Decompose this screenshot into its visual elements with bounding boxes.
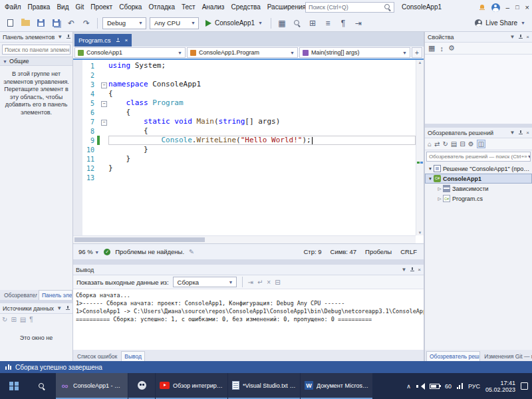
chevron-down-icon[interactable]: ▼	[57, 34, 63, 40]
network-icon[interactable]	[457, 383, 463, 389]
minimize-button[interactable]: –	[506, 4, 510, 11]
toolbar-icon-comment[interactable]: ≡	[322, 17, 334, 29]
code-line[interactable]: 12}	[73, 164, 416, 173]
property-pages-icon[interactable]: ⚙	[448, 44, 455, 53]
chevron-down-icon[interactable]: ▼	[57, 305, 62, 311]
user-avatar[interactable]	[491, 3, 500, 12]
menu-item[interactable]: Git	[72, 0, 87, 15]
add-source-icon[interactable]: ⊞	[11, 316, 16, 323]
tab-git-changes[interactable]: Изменения Git — п...	[481, 352, 532, 361]
output-source-dropdown[interactable]: Сборка▼	[173, 277, 237, 287]
code-line[interactable]: 7− static void Main(string[] args)	[73, 117, 416, 126]
split-window-button[interactable]: +	[412, 47, 422, 58]
toggle-output-icon[interactable]: ⊟	[275, 279, 280, 286]
volume-icon[interactable]	[416, 383, 424, 390]
refresh-icon[interactable]: ↻	[442, 140, 448, 148]
goto-message-icon[interactable]: ⇥	[248, 279, 253, 286]
type-dropdown[interactable]: ConsoleApp1.Program ▼	[187, 47, 298, 58]
tab-error-list[interactable]: Список ошибок	[74, 352, 120, 361]
tab-toolbox[interactable]: Панель эле...	[39, 290, 72, 300]
tab-server-explorer[interactable]: Обозревател...	[1, 291, 37, 300]
code-line[interactable]: 8 {	[73, 126, 416, 136]
scrollbar-thumb[interactable]	[74, 237, 205, 242]
chevron-down-icon[interactable]: ▼	[509, 130, 515, 136]
categorized-icon[interactable]: ▦	[428, 44, 435, 53]
pin-icon[interactable]	[517, 34, 523, 40]
project-dropdown[interactable]: ConsoleApp1 ▼	[74, 47, 186, 58]
pin-icon[interactable]	[517, 130, 523, 136]
toolbox-group-general[interactable]: ▼ Общие	[0, 57, 72, 66]
clock[interactable]: 17:41 05.02.2023	[485, 380, 515, 393]
code-line[interactable]: 4{	[73, 89, 416, 98]
properties-icon[interactable]: ⚙	[468, 140, 474, 148]
save-button[interactable]	[35, 17, 47, 29]
fold-toggle-icon[interactable]: −	[100, 81, 108, 88]
alphabetical-icon[interactable]: ↕	[440, 45, 444, 53]
expander-icon[interactable]: ▼	[427, 176, 434, 181]
preview-icon[interactable]: ¶	[29, 316, 33, 323]
solution-platform-dropdown[interactable]: Any CPU▼	[150, 17, 199, 29]
notifications-bell-icon[interactable]	[479, 4, 485, 11]
new-file-button[interactable]	[4, 17, 16, 29]
language-indicator[interactable]: РУС	[468, 383, 480, 390]
refresh-icon[interactable]: ↻	[2, 316, 7, 323]
editor-horizontal-scrollbar[interactable]	[73, 235, 416, 243]
close-icon[interactable]: ×	[125, 37, 128, 43]
start-button[interactable]	[0, 373, 28, 399]
member-dropdown[interactable]: Main(string[] args) ▼	[299, 47, 410, 58]
fold-toggle-icon[interactable]: −	[100, 100, 108, 107]
toolbar-icon-outline[interactable]: ⊞	[307, 17, 319, 29]
code-line[interactable]: 10 }	[73, 145, 416, 154]
tree-item[interactable]: ▼Решение "ConsoleApp1" (проекты: 1 из 1)	[425, 164, 532, 174]
health-status[interactable]: Проблемы не найдены.	[115, 248, 184, 255]
battery-icon[interactable]	[430, 384, 440, 389]
code-line[interactable]: 11 }	[73, 154, 416, 164]
spaces-indicator[interactable]: Пробелы	[365, 248, 392, 255]
menu-item[interactable]: Проект	[87, 0, 116, 15]
zoom-dropdown[interactable]: 96 % ▼	[78, 248, 99, 255]
toolbar-icon-find[interactable]	[291, 17, 303, 29]
taskbar-app-visual-studio[interactable]: ∞ConsoleApp1 - Mic...	[56, 373, 128, 399]
scroll-up-icon[interactable]: ▲	[416, 61, 424, 65]
code-line[interactable]: 2	[73, 70, 416, 80]
preview-selected-icon[interactable]: ◫	[477, 140, 485, 148]
line-ending-indicator[interactable]: CRLF	[400, 248, 417, 255]
clear-all-icon[interactable]: ×	[267, 279, 271, 286]
toolbar-icon-hot-reload[interactable]: ▦	[276, 17, 288, 29]
tab-program-cs[interactable]: Program.cs ×	[74, 34, 132, 47]
code-line[interactable]: 5− class Program	[73, 98, 416, 108]
scroll-down-icon[interactable]: ▼	[416, 231, 424, 235]
collapse-all-icon[interactable]: ⊟	[460, 140, 465, 148]
menu-item[interactable]: Вид	[53, 0, 72, 15]
maximize-button[interactable]: □	[515, 4, 519, 11]
nest-icon[interactable]: ▤	[451, 140, 457, 148]
code-line[interactable]: 6 {	[73, 108, 416, 117]
save-all-button[interactable]	[50, 17, 62, 29]
tab-output[interactable]: Вывод	[121, 351, 145, 361]
redo-button[interactable]: ↷	[80, 17, 92, 29]
chevron-down-icon[interactable]: ▼	[509, 34, 515, 40]
close-icon[interactable]: ×	[526, 34, 529, 40]
pin-icon[interactable]	[115, 37, 121, 43]
line-indicator[interactable]: Стр: 9	[303, 248, 321, 255]
tab-solution-explorer[interactable]: Обозреватель реше...	[426, 351, 480, 361]
chevron-down-icon[interactable]: ▼	[401, 267, 406, 273]
taskbar-search-button[interactable]	[28, 373, 56, 399]
horizontal-splitter[interactable]	[73, 259, 424, 265]
solution-search-input[interactable]: Обозреватель решений — поиск (Ctrl+» ▼	[426, 152, 531, 162]
action-center-icon[interactable]	[521, 382, 528, 390]
close-icon[interactable]: ×	[526, 130, 529, 136]
configure-icon[interactable]: ▤	[20, 316, 26, 323]
menu-item[interactable]: Отладка	[145, 0, 178, 15]
fold-toggle-icon[interactable]: −	[100, 118, 108, 126]
word-wrap-icon[interactable]: ↵	[257, 279, 263, 286]
toolbar-icon-bookmark[interactable]: ¶	[337, 17, 349, 29]
toolbox-search-input[interactable]: Поиск по панели элемен ▼	[2, 45, 70, 55]
tray-expand-icon[interactable]: ∧	[406, 383, 411, 390]
taskbar-app-notepad[interactable]: *Visual Studio.txt -...	[228, 373, 300, 399]
taskbar-app-youtube[interactable]: Обзор интегриров...	[156, 373, 227, 399]
tree-item[interactable]: ▷Program.cs	[425, 194, 532, 203]
menu-item[interactable]: Правка	[25, 0, 54, 15]
code-line[interactable]: 3−namespace ConsoleApp1	[73, 80, 416, 89]
column-indicator[interactable]: Симв: 47	[331, 248, 357, 255]
